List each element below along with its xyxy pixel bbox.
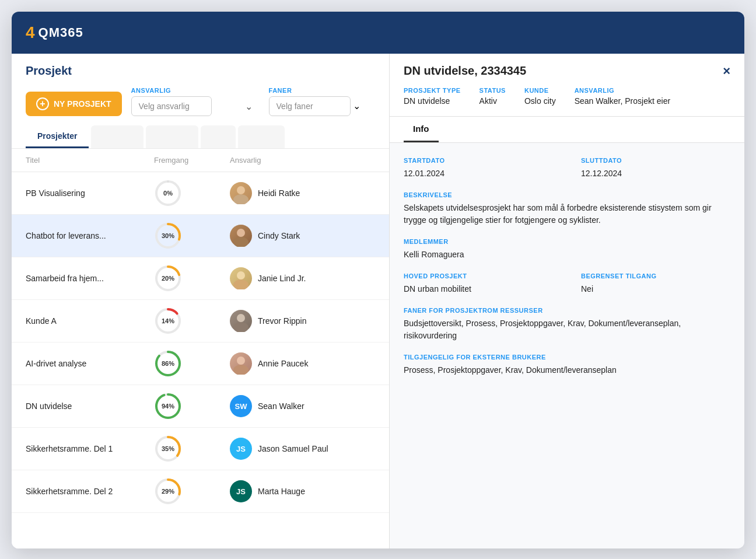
table-row[interactable]: Kunde A 14% <box>12 300 389 343</box>
row-title: Chatbot for leverans... <box>26 231 154 240</box>
status-value: Aktiv <box>480 96 506 106</box>
progress-circle: 86% <box>154 350 182 378</box>
row-progress: 30% <box>154 222 230 250</box>
responsible-name: Trevor Rippin <box>258 316 307 326</box>
svg-point-15 <box>233 322 249 332</box>
row-title: Sikkerhetsramme. Del 1 <box>26 444 154 453</box>
progress-label: 35% <box>162 445 174 452</box>
prosjekt-type-label: PROSJEKT TYPE <box>404 87 461 94</box>
table-row[interactable]: Sikkerhetsramme. Del 2 29% JS Marta Hau <box>12 470 389 513</box>
left-header: Prosjekt + NY PROSJEKT ANSVARLIG Velg an… <box>12 54 389 149</box>
kunde-label: KUNDE <box>524 87 556 94</box>
left-panel: Prosjekt + NY PROSJEKT ANSVARLIG Velg an… <box>12 54 390 548</box>
medlemmer-label: MEDLEMMER <box>404 238 730 245</box>
row-title: AI-drivet analyse <box>26 359 154 368</box>
svg-point-2 <box>237 186 245 194</box>
ansvarlig-select[interactable]: Velg ansvarlig <box>131 96 212 116</box>
status-label: STATUS <box>480 87 506 94</box>
left-panel-title: Prosjekt <box>26 64 375 78</box>
project-table: Titel Fremgang Ansvarlig PB Visualiserin… <box>12 149 389 548</box>
responsible-name: Sean Walker <box>258 401 304 411</box>
beskrivelse-value: Selskapets utvidelsesprosjekt har som må… <box>404 202 730 226</box>
row-title: Sikkerhetsramme. Del 2 <box>26 487 154 496</box>
row-responsible: Trevor Rippin <box>230 310 375 332</box>
ansvarlig-dropdown-group: ANSVARLIG Velg ansvarlig ⌄ <box>131 87 260 116</box>
right-header: DN utvidelse, 2334345 × PROSJEKT TYPE DN… <box>390 54 744 117</box>
tab-4[interactable] <box>201 125 236 148</box>
table-row[interactable]: Sikkerhetsramme. Del 1 35% JS Jason Sam <box>12 428 389 470</box>
row-responsible: Heidi Ratke <box>230 182 375 204</box>
svg-point-6 <box>237 229 245 237</box>
avatar: JS <box>230 438 252 460</box>
progress-label: 86% <box>162 360 174 367</box>
faner-label: FANER <box>269 87 362 94</box>
avatar <box>230 310 252 332</box>
new-project-button[interactable]: + NY PROSJEKT <box>26 92 122 116</box>
begrenset-tilgang-value: Nei <box>581 283 730 295</box>
row-responsible: JS Jason Samuel Paul <box>230 438 375 460</box>
ansvarlig-label-right: ANSVARLIG <box>575 87 670 94</box>
startdato-section: STARTDATO 12.01.2024 <box>404 157 553 180</box>
table-row[interactable]: AI-drivet analyse 86% <box>12 343 389 385</box>
svg-point-18 <box>237 357 245 365</box>
responsible-name: Heidi Ratke <box>258 188 300 198</box>
svg-point-10 <box>237 271 245 280</box>
responsible-name: Cindy Stark <box>258 231 300 240</box>
startdato-value: 12.01.2024 <box>404 167 553 180</box>
avatar <box>230 225 252 247</box>
progress-circle: 14% <box>154 307 182 335</box>
sluttdato-label: SLUTTDATO <box>581 157 730 164</box>
faner-dropdown-group: FANER Velg faner ⌄ <box>269 87 362 116</box>
sluttdato-value: 12.12.2024 <box>581 167 730 180</box>
logo-icon: 4 <box>26 25 35 41</box>
avatar <box>230 352 252 375</box>
table-row[interactable]: PB Visualisering 0% <box>12 172 389 215</box>
faner-prosjektrom-section: FANER FOR PROSJEKTROM RESSURSER Budsjett… <box>404 307 730 342</box>
hoved-begrenset-row: HOVED PROSJEKT DN urban mobilitet BEGREN… <box>404 272 730 295</box>
tab-2[interactable] <box>91 125 144 148</box>
table-header: Titel Fremgang Ansvarlig <box>12 149 389 172</box>
progress-circle: 30% <box>154 222 182 250</box>
row-title: Samarbeid fra hjem... <box>26 274 154 283</box>
table-row[interactable]: Chatbot for leverans... 30% <box>12 215 389 257</box>
responsible-name: Marta Hauge <box>258 487 305 496</box>
project-tabs-row: Prosjekter <box>26 125 375 148</box>
responsible-name: Janie Lind Jr. <box>258 274 306 283</box>
top-bar: 4 QM365 <box>12 12 744 54</box>
avatar <box>230 267 252 289</box>
controls-row: + NY PROSJEKT ANSVARLIG Velg ansvarlig ⌄ <box>26 87 375 116</box>
progress-label: 14% <box>162 317 174 324</box>
progress-label: 20% <box>162 275 174 282</box>
close-button[interactable]: × <box>723 65 730 78</box>
table-row[interactable]: Samarbeid fra hjem... 20% <box>12 257 389 300</box>
col-responsible-header: Ansvarlig <box>230 156 375 165</box>
hoved-prosjekt-section: HOVED PROSJEKT DN urban mobilitet <box>404 272 553 295</box>
detail-content: STARTDATO 12.01.2024 SLUTTDATO 12.12.202… <box>390 143 744 390</box>
ansvarlig-dropdown-wrapper: Velg ansvarlig ⌄ <box>131 96 260 116</box>
medlemmer-value: Kelli Romaguera <box>404 249 730 261</box>
beskrivelse-section: BESKRIVELSE Selskapets utvidelsesprosjek… <box>404 191 730 226</box>
row-responsible: Janie Lind Jr. <box>230 267 375 289</box>
col-progress-header: Fremgang <box>154 156 230 165</box>
right-title-row: DN utvidelse, 2334345 × <box>404 64 730 78</box>
meta-row: PROSJEKT TYPE DN utvidelse STATUS Aktiv … <box>404 87 730 106</box>
hoved-prosjekt-label: HOVED PROSJEKT <box>404 272 553 280</box>
tilgjengelig-section: TILGJENGELIG FOR EKSTERNE BRUKERE Proses… <box>404 354 730 376</box>
prosjekt-type-value: DN utvidelse <box>404 96 461 106</box>
row-progress: 14% <box>154 307 230 335</box>
tab-5[interactable] <box>238 125 285 148</box>
kunde-meta: KUNDE Oslo city <box>524 87 556 106</box>
row-responsible: SW Sean Walker <box>230 395 375 417</box>
faner-prosjektrom-label: FANER FOR PROSJEKTROM RESSURSER <box>404 307 730 314</box>
ansvarlig-value: Sean Walker, Prosjekt eier <box>575 96 670 106</box>
row-progress: 0% <box>154 179 230 207</box>
tab-info[interactable]: Info <box>404 117 439 142</box>
tab-3[interactable] <box>146 125 198 148</box>
new-project-label: NY PROSJEKT <box>54 99 111 109</box>
hoved-prosjekt-value: DN urban mobilitet <box>404 283 553 295</box>
tab-prosjekter[interactable]: Prosjekter <box>26 125 89 148</box>
table-row[interactable]: DN utvidelse 94% SW Sean Walker <box>12 385 389 428</box>
main-content: Prosjekt + NY PROSJEKT ANSVARLIG Velg an… <box>12 54 744 548</box>
faner-select[interactable]: Velg faner <box>269 96 351 116</box>
svg-point-11 <box>233 280 249 289</box>
